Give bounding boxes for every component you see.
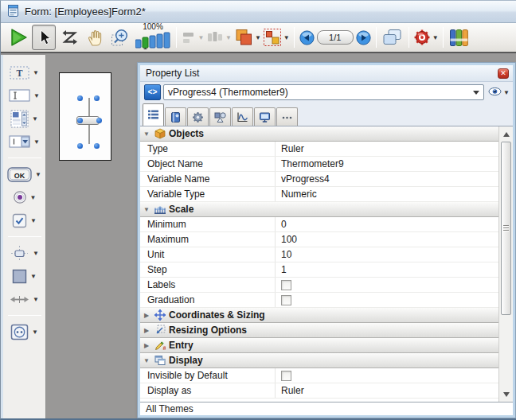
section-header-entry[interactable]: ▶#Entry: [140, 338, 498, 353]
theme-status-bar: All Themes: [140, 402, 513, 415]
page-indicator[interactable]: 1/1: [317, 30, 354, 45]
selection-handle[interactable]: [94, 143, 100, 149]
chevron-down-icon[interactable]: ▼: [33, 69, 39, 76]
property-value[interactable]: 10: [276, 249, 498, 260]
listbox-tool[interactable]: ▼: [5, 109, 45, 128]
chevron-down-icon[interactable]: ▼: [33, 250, 39, 257]
rectangle-tool[interactable]: ▼: [5, 266, 45, 286]
triangle-down-icon: ▼: [140, 130, 153, 138]
property-value[interactable]: 1: [276, 264, 498, 275]
zoom-bars-icon[interactable]: [135, 32, 170, 52]
magnifier-icon: [111, 28, 131, 47]
section-header-scale[interactable]: ▼Scale: [140, 202, 498, 217]
button-tool[interactable]: OK▼: [5, 165, 45, 184]
next-page-button[interactable]: [356, 30, 371, 45]
select-tool-button[interactable]: [32, 25, 56, 50]
tab-book[interactable]: [165, 107, 186, 126]
align-tools-button[interactable]: ▼: [181, 25, 205, 50]
chevron-down-icon[interactable]: ▼: [33, 296, 39, 303]
form-settings-button[interactable]: ▼: [413, 25, 439, 50]
toolbar-group-separator: [8, 315, 41, 316]
selection-handle[interactable]: [77, 95, 83, 101]
chevron-down-icon[interactable]: ▼: [33, 138, 40, 146]
property-row: Variable NamevProgress4: [140, 172, 498, 187]
form-workspace[interactable]: T▼▼▼▼OK▼▼▼▼▼▼▼ Property List ✕ <> vProgr…: [1, 55, 516, 418]
cursor-icon: [36, 29, 52, 46]
tab-more[interactable]: [276, 107, 298, 126]
chevron-down-icon[interactable]: ▼: [432, 34, 439, 41]
selection-handle[interactable]: [77, 118, 83, 123]
input-tool[interactable]: ▼: [5, 86, 45, 105]
title-bar[interactable]: Form: [Employees]Form2*: [1, 1, 516, 23]
splitter-tool[interactable]: ▼: [5, 290, 45, 309]
chevron-down-icon[interactable]: ▼: [33, 92, 40, 99]
chevron-down-icon[interactable]: ▼: [255, 34, 261, 41]
tool-listbox-icon: [10, 110, 29, 128]
selection-handle[interactable]: [96, 118, 102, 123]
chevron-down-icon[interactable]: ▼: [30, 194, 37, 201]
tab-objects[interactable]: [209, 107, 231, 126]
property-value[interactable]: [276, 295, 498, 305]
chevron-down-icon[interactable]: ▼: [283, 34, 290, 41]
property-value[interactable]: Thermometer9: [276, 158, 498, 169]
scroll-up-icon[interactable]: [499, 128, 513, 140]
section-header-display[interactable]: ▼Display: [140, 353, 498, 368]
level-icon: [233, 28, 253, 47]
checkbox[interactable]: [281, 371, 291, 381]
selection-handle[interactable]: [77, 143, 83, 149]
tab-display[interactable]: [254, 107, 276, 126]
chevron-down-icon[interactable]: ▼: [32, 115, 38, 122]
distribute-tools-button[interactable]: ▼: [206, 25, 232, 50]
combobox-tool[interactable]: ▼: [5, 132, 45, 151]
radio-tool[interactable]: ▼: [5, 188, 45, 207]
chevron-down-icon[interactable]: ▼: [225, 34, 232, 41]
property-list-titlebar[interactable]: Property List ✕: [140, 65, 513, 82]
object-library-button[interactable]: [448, 25, 471, 50]
section-header-objects[interactable]: ▼Objects: [140, 126, 498, 142]
tab-events[interactable]: [232, 107, 253, 126]
property-value[interactable]: 0: [276, 219, 498, 230]
form-canvas[interactable]: [59, 72, 111, 161]
zoom-scale-control[interactable]: 100%: [135, 23, 170, 52]
slider-tool[interactable]: ▼: [5, 243, 45, 262]
text-tool[interactable]: T▼: [5, 63, 45, 82]
entry-order-tool-button[interactable]: [57, 25, 81, 50]
toolbar-separator: [176, 27, 177, 48]
section-entry-icon: #: [153, 340, 167, 351]
property-value[interactable]: [276, 371, 498, 381]
chevron-down-icon[interactable]: ▼: [32, 329, 38, 336]
tab-property-list[interactable]: [143, 103, 164, 126]
chevron-down-icon[interactable]: ▼: [198, 34, 205, 41]
group-tools-button[interactable]: ▼: [263, 25, 290, 50]
chevron-down-icon[interactable]: ▼: [35, 171, 41, 178]
pan-tool-button[interactable]: [83, 25, 107, 50]
close-icon[interactable]: ✕: [498, 68, 509, 79]
selection-handle[interactable]: [94, 95, 100, 101]
zoom-tool-button[interactable]: [108, 25, 132, 50]
vertical-scrollbar[interactable]: [498, 126, 513, 402]
property-row: Variable TypeNumeric: [140, 187, 498, 202]
property-value[interactable]: 100: [276, 234, 498, 245]
level-tools-button[interactable]: ▼: [233, 25, 261, 50]
section-header-coordinates-sizing[interactable]: ▶Coordinates & Sizing: [140, 308, 498, 323]
chevron-down-icon[interactable]: ▼: [30, 273, 37, 280]
property-value[interactable]: Ruler: [276, 143, 498, 154]
form-pages-button[interactable]: [381, 25, 405, 50]
checkbox-tool[interactable]: ▼: [5, 211, 45, 230]
checkbox[interactable]: [281, 295, 291, 305]
checkbox[interactable]: [281, 280, 291, 290]
property-value[interactable]: vProgress4: [276, 173, 498, 185]
scroll-down-icon[interactable]: [499, 388, 513, 400]
section-header-resizing-options[interactable]: ▶Resizing Options: [140, 323, 498, 338]
scrollbar-thumb[interactable]: [501, 142, 511, 315]
previous-page-button[interactable]: [299, 30, 315, 45]
property-value[interactable]: Numeric: [276, 189, 498, 200]
tab-settings[interactable]: [187, 107, 209, 126]
execute-form-button[interactable]: [6, 25, 30, 50]
show-hide-button[interactable]: ▼: [488, 87, 510, 99]
property-value[interactable]: [276, 280, 498, 290]
property-value[interactable]: Ruler: [276, 385, 498, 396]
chevron-down-icon[interactable]: ▼: [30, 217, 37, 224]
object-selector-dropdown[interactable]: vProgress4 (Thermometer9): [163, 84, 484, 100]
plugin-tool[interactable]: ▼: [5, 322, 45, 341]
